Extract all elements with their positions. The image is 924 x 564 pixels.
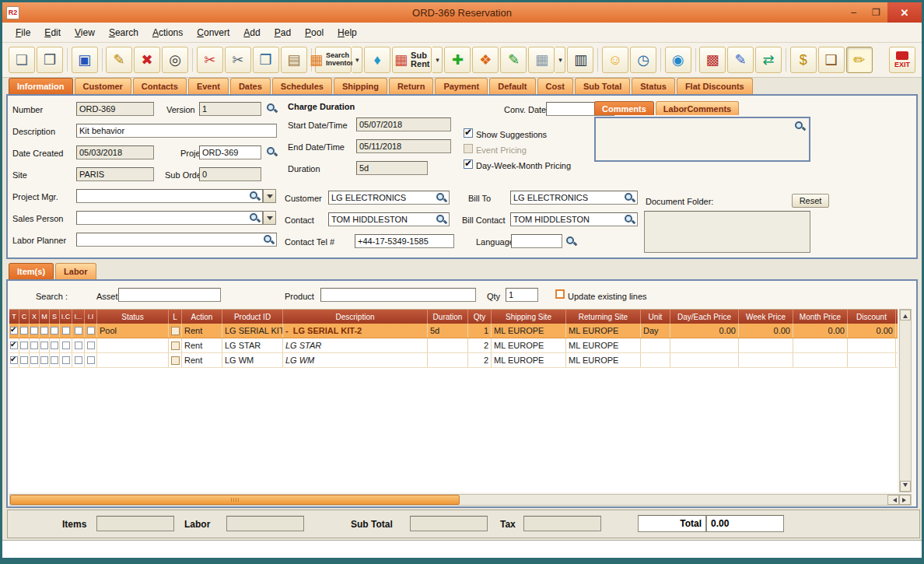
comments-search-icon[interactable] (794, 121, 805, 131)
menu-convert[interactable]: Convert (190, 24, 236, 41)
day-week-month-pricing-checkbox[interactable] (464, 159, 473, 169)
description-field[interactable]: Kit behavior (76, 124, 277, 138)
cell-week_price[interactable] (739, 353, 793, 367)
row-flag-s-checkbox[interactable] (51, 342, 58, 349)
number-field[interactable]: ORD-369 (76, 102, 154, 116)
row-flag-t-checkbox[interactable] (10, 342, 18, 349)
vertical-scrollbar[interactable] (899, 309, 912, 492)
row-flag-m-checkbox[interactable] (40, 342, 48, 349)
row-flag-x-checkbox[interactable] (30, 327, 38, 335)
cell-status[interactable] (97, 353, 169, 367)
scroll-left-button[interactable] (887, 495, 899, 505)
cut-button[interactable]: ✂ (225, 47, 251, 73)
cell-qty[interactable]: 1 (468, 324, 492, 338)
table-row[interactable]: RentLG STARLG STAR2ML EUROPEML EUROPE (9, 338, 898, 353)
column-header-l[interactable]: L (169, 310, 182, 324)
cell-status[interactable]: Pool (97, 324, 169, 338)
money-button[interactable]: $ (790, 47, 817, 73)
row-flag-s-checkbox[interactable] (51, 356, 58, 364)
site-field[interactable]: PARIS (76, 167, 154, 181)
new-document-button[interactable]: ❏ (9, 47, 35, 73)
cell-day_each_price[interactable]: 0.00 (670, 324, 739, 338)
cell-unit[interactable] (641, 353, 670, 367)
cell-month_price[interactable] (793, 338, 848, 352)
labor-planner-field[interactable] (76, 233, 277, 247)
cell-duration[interactable] (428, 353, 468, 367)
tab-payment[interactable]: Payment (435, 78, 488, 94)
menu-pool[interactable]: Pool (298, 24, 331, 41)
bill-contact-field[interactable]: TOM HIDDLESTON (510, 212, 638, 226)
tab-return[interactable]: Return (389, 78, 433, 94)
cell-product_id[interactable]: LG SERIAL KIT-2 (222, 324, 283, 338)
copy-button[interactable]: ❐ (253, 47, 279, 73)
column-header-t[interactable]: T (9, 310, 19, 324)
project-mgr-dropdown[interactable] (263, 189, 276, 203)
cell-description[interactable]: LG STAR (283, 338, 428, 352)
column-header-returning_site[interactable]: Returning Site (566, 310, 641, 324)
column-header-product_id[interactable]: Product ID (222, 310, 283, 324)
tab-default[interactable]: Default (489, 78, 535, 94)
bill-to-field[interactable]: LG ELECTRONICS (510, 191, 638, 205)
horizontal-scrollbar[interactable] (9, 494, 912, 506)
cell-unit[interactable] (641, 338, 670, 352)
column-header-idot[interactable]: I... (72, 310, 85, 324)
table-row[interactable]: PoolRentLG SERIAL KIT-2- LG SERIAL KIT-2… (9, 324, 898, 338)
tab-dates[interactable]: Dates (230, 78, 271, 94)
version-search-icon[interactable] (266, 103, 277, 114)
cell-returning_site[interactable]: ML EUROPE (566, 324, 641, 338)
cell-duration[interactable] (428, 338, 468, 352)
cell-qty[interactable]: 2 (468, 338, 492, 352)
cell-returning_site[interactable]: ML EUROPE (566, 353, 641, 367)
bill-to-search-icon[interactable] (624, 192, 635, 203)
project-field[interactable]: ORD-369 (199, 145, 261, 159)
start-date-field[interactable]: 05/07/2018 (356, 117, 451, 131)
column-header-qty[interactable]: Qty (468, 310, 492, 324)
menu-pad[interactable]: Pad (268, 24, 298, 41)
tab-customer[interactable]: Customer (75, 78, 131, 94)
cell-shipping_site[interactable]: ML EUROPE (492, 324, 566, 338)
cell-discount[interactable]: 0.00 (848, 324, 896, 338)
cell-action[interactable]: Rent (182, 324, 222, 338)
row-flag-idot-checkbox[interactable] (75, 342, 82, 349)
cell-description[interactable]: LG WM (283, 353, 428, 367)
cell-duration[interactable]: 5d (428, 324, 468, 338)
qty-input[interactable]: 1 (506, 288, 538, 302)
cell-action[interactable]: Rent (182, 338, 222, 352)
show-suggestions-checkbox[interactable] (464, 128, 473, 138)
cell-week_price[interactable]: 0.00 (739, 324, 793, 338)
paste-button[interactable]: ▤ (281, 47, 307, 73)
row-flag-idot-checkbox[interactable] (75, 327, 82, 335)
column-header-shipping_site[interactable]: Shipping Site (492, 310, 566, 324)
exit-button[interactable]: EXIT (889, 47, 915, 73)
row-flag-x-checkbox[interactable] (30, 342, 38, 349)
labor-planner-search-icon[interactable] (263, 234, 274, 245)
save-button[interactable]: ▣ (72, 47, 98, 73)
row-flag-ii-checkbox[interactable] (87, 356, 95, 364)
sales-person-search-icon[interactable] (249, 212, 260, 223)
row-flag-x-checkbox[interactable] (30, 356, 38, 364)
language-field[interactable] (511, 234, 562, 248)
tab-cost[interactable]: Cost (537, 78, 573, 94)
scroll-down-button[interactable] (900, 481, 911, 492)
cut-document-button[interactable]: ✂ (197, 47, 223, 73)
row-flag-idot-checkbox[interactable] (75, 356, 82, 364)
column-header-day_each_price[interactable]: Day/Each Price (670, 310, 739, 324)
asset-input[interactable] (118, 288, 221, 302)
row-flag-ic-checkbox[interactable] (62, 342, 70, 349)
row-flag-m-checkbox[interactable] (40, 327, 48, 335)
row-flag-c-checkbox[interactable] (20, 356, 28, 364)
product-input[interactable] (320, 288, 476, 302)
search-inventory-button[interactable]: ▦SearchInventory (315, 47, 352, 73)
row-flag-ii-checkbox[interactable] (87, 342, 95, 349)
cell-shipping_site[interactable]: ML EUROPE (492, 338, 566, 352)
search-inventory-dropdown[interactable]: ▾ (352, 47, 362, 73)
row-flag-m-checkbox[interactable] (40, 356, 48, 364)
cell-returning_site[interactable]: ML EUROPE (566, 338, 641, 352)
sub-orders-field[interactable]: 0 (199, 167, 261, 181)
menu-add[interactable]: Add (236, 24, 267, 41)
menu-file[interactable]: File (9, 24, 37, 41)
cell-action[interactable]: Rent (182, 353, 222, 367)
row-flag-c-checkbox[interactable] (20, 327, 28, 335)
project-mgr-search-icon[interactable] (249, 191, 260, 201)
minimize-button[interactable]: – (842, 2, 865, 23)
